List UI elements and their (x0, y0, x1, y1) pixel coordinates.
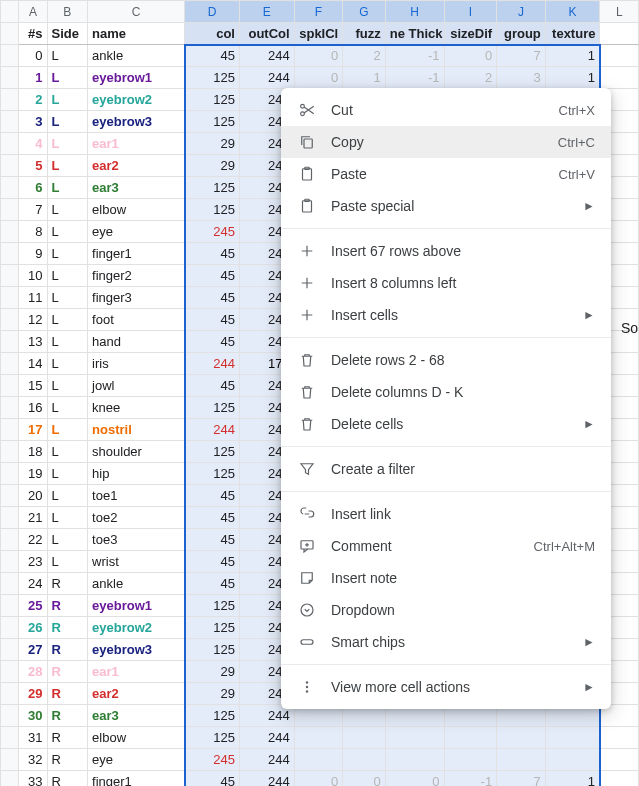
row-header[interactable] (1, 705, 19, 727)
cell[interactable] (600, 749, 639, 771)
cell[interactable]: nostril (88, 419, 185, 441)
menu-dropdown[interactable]: Dropdown (281, 594, 611, 626)
header-cell[interactable]: #s (19, 23, 47, 45)
cell[interactable]: toe1 (88, 485, 185, 507)
cell[interactable]: L (47, 111, 88, 133)
cell[interactable]: 125 (185, 595, 240, 617)
row-header[interactable] (1, 89, 19, 111)
cell[interactable]: 7 (497, 771, 546, 787)
cell[interactable]: 5 (19, 155, 47, 177)
cell[interactable]: 125 (185, 463, 240, 485)
column-header-G[interactable]: G (343, 1, 386, 23)
menu-insert-rows[interactable]: Insert 67 rows above (281, 235, 611, 267)
cell[interactable]: 244 (239, 749, 294, 771)
cell[interactable]: 125 (185, 67, 240, 89)
cell[interactable] (600, 23, 639, 45)
cell[interactable]: 45 (185, 507, 240, 529)
menu-create-filter[interactable]: Create a filter (281, 453, 611, 485)
column-header-I[interactable]: I (444, 1, 497, 23)
cell[interactable]: 244 (185, 353, 240, 375)
menu-insert-note[interactable]: Insert note (281, 562, 611, 594)
cell[interactable]: foot (88, 309, 185, 331)
cell[interactable]: 19 (19, 463, 47, 485)
menu-comment[interactable]: Comment Ctrl+Alt+M (281, 530, 611, 562)
row-header[interactable] (1, 45, 19, 67)
cell[interactable] (385, 727, 444, 749)
cell[interactable]: R (47, 771, 88, 787)
row-header[interactable] (1, 463, 19, 485)
cell[interactable]: 45 (185, 45, 240, 67)
row-header[interactable] (1, 771, 19, 787)
menu-copy[interactable]: Copy Ctrl+C (281, 126, 611, 158)
cell[interactable] (600, 727, 639, 749)
cell[interactable]: 33 (19, 771, 47, 787)
header-cell[interactable]: fuzz (343, 23, 386, 45)
row-header[interactable] (1, 507, 19, 529)
cell[interactable]: -1 (385, 45, 444, 67)
column-header-K[interactable]: K (545, 1, 600, 23)
column-header-A[interactable]: A (19, 1, 47, 23)
cell[interactable]: R (47, 573, 88, 595)
menu-insert-link[interactable]: Insert link (281, 498, 611, 530)
menu-insert-cols[interactable]: Insert 8 columns left (281, 267, 611, 299)
cell[interactable]: 3 (497, 67, 546, 89)
cell[interactable]: toe2 (88, 507, 185, 529)
cell[interactable]: L (47, 155, 88, 177)
cell[interactable]: 0 (294, 771, 343, 787)
column-header-E[interactable]: E (239, 1, 294, 23)
cell[interactable]: eyebrow3 (88, 639, 185, 661)
cell[interactable]: ear1 (88, 661, 185, 683)
cell[interactable]: ankle (88, 45, 185, 67)
cell[interactable] (385, 749, 444, 771)
cell[interactable]: 45 (185, 485, 240, 507)
cell[interactable]: 45 (185, 375, 240, 397)
cell[interactable]: finger3 (88, 287, 185, 309)
cell[interactable]: L (47, 419, 88, 441)
cell[interactable]: hip (88, 463, 185, 485)
cell[interactable]: 45 (185, 243, 240, 265)
cell[interactable]: -1 (444, 771, 497, 787)
row-header[interactable] (1, 23, 19, 45)
cell[interactable]: iris (88, 353, 185, 375)
row-header[interactable] (1, 529, 19, 551)
cell[interactable]: 3 (19, 111, 47, 133)
header-cell[interactable]: spkICl (294, 23, 343, 45)
cell[interactable]: -1 (385, 67, 444, 89)
cell[interactable]: R (47, 749, 88, 771)
cell[interactable]: R (47, 683, 88, 705)
cell[interactable]: 1 (19, 67, 47, 89)
cell[interactable]: 16 (19, 397, 47, 419)
row-header[interactable] (1, 595, 19, 617)
cell[interactable]: R (47, 727, 88, 749)
cell[interactable]: 0 (343, 771, 386, 787)
cell[interactable]: 0 (385, 771, 444, 787)
row-header[interactable] (1, 199, 19, 221)
row-header[interactable] (1, 441, 19, 463)
cell[interactable]: L (47, 485, 88, 507)
cell[interactable]: 2 (343, 45, 386, 67)
cell[interactable]: 20 (19, 485, 47, 507)
cell[interactable]: 7 (497, 45, 546, 67)
cell[interactable]: 45 (185, 265, 240, 287)
cell[interactable]: shoulder (88, 441, 185, 463)
cell[interactable]: 0 (294, 67, 343, 89)
cell[interactable]: L (47, 441, 88, 463)
cell[interactable]: 1 (545, 771, 600, 787)
menu-insert-cells[interactable]: Insert cells ► (281, 299, 611, 331)
cell[interactable]: 244 (239, 67, 294, 89)
cell[interactable]: R (47, 661, 88, 683)
cell[interactable]: ankle (88, 573, 185, 595)
cell[interactable]: 23 (19, 551, 47, 573)
row-header[interactable] (1, 397, 19, 419)
cell[interactable]: 29 (19, 683, 47, 705)
row-header[interactable] (1, 375, 19, 397)
row-header[interactable] (1, 111, 19, 133)
cell[interactable] (600, 771, 639, 787)
cell[interactable]: 125 (185, 397, 240, 419)
cell[interactable]: 9 (19, 243, 47, 265)
cell[interactable]: 18 (19, 441, 47, 463)
cell[interactable]: 12 (19, 309, 47, 331)
row-header[interactable] (1, 243, 19, 265)
select-all-corner[interactable] (1, 1, 19, 23)
cell[interactable]: toe3 (88, 529, 185, 551)
